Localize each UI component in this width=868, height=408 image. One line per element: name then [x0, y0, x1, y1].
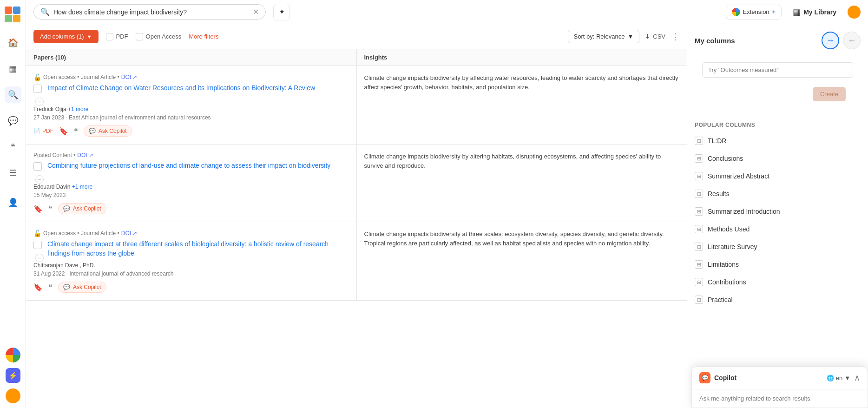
column-item-literature[interactable]: ⊞ Literature Survey [687, 238, 868, 256]
open-access-checkbox[interactable] [136, 33, 143, 40]
bookmark-icon-3[interactable]: 🔖 [33, 283, 43, 292]
grid-icon: ▦ [793, 7, 801, 17]
topnav: 🔍 ✕ ✦ Extension + ▦ My Library [26, 0, 868, 24]
column-icon-methods: ⊞ [695, 225, 703, 233]
doi-link-1[interactable]: DOI ↗ [121, 74, 138, 80]
sidebar-item-quotes[interactable]: ❝ [5, 138, 21, 155]
pdf-button-1[interactable]: 📄 PDF [33, 128, 53, 134]
extension-label: Extension [743, 8, 769, 15]
paper-title-1[interactable]: Impact of Climate Change on Water Resour… [47, 84, 315, 93]
column-label-limitations: Limitations [708, 261, 739, 268]
column-search-input[interactable] [702, 62, 853, 78]
papers-column-header: Papers (10) [26, 49, 357, 66]
column-item-summarized-abstract[interactable]: ⊞ Summarized Abstract [687, 167, 868, 185]
paper-actions-1: 📄 PDF 🔖 ❝ 💬 Ask Copilot [33, 125, 349, 137]
nav-prev-button[interactable]: ← [843, 32, 861, 49]
title-row-2: − Combining future projections of land-u… [33, 161, 349, 184]
column-icon-literature: ⊞ [695, 243, 703, 251]
column-item-limitations[interactable]: ⊞ Limitations [687, 256, 868, 273]
copilot-body: Ask me anything related to search result… [692, 389, 868, 408]
copilot-panel: 💬 Copilot 🌐 en ▼ ∧ Ask me anything relat… [691, 366, 868, 408]
extension-button[interactable]: Extension + [726, 5, 782, 20]
sidebar-item-accessibility[interactable]: 👤 [5, 194, 21, 211]
column-item-contributions[interactable]: ⊞ Contributions [687, 273, 868, 291]
sort-chevron-icon: ▼ [627, 33, 633, 40]
more-options-button[interactable]: ⋮ [671, 32, 679, 42]
magic-button[interactable]: ✦ [273, 4, 290, 20]
nav-next-button[interactable]: → [822, 32, 839, 49]
search-bar: 🔍 ✕ [33, 4, 266, 20]
pdf-label: PDF [116, 33, 128, 40]
more-authors-2[interactable]: +1 more [72, 184, 92, 190]
paper-title-3[interactable]: Climate change impact at three different… [47, 240, 349, 258]
create-column-button[interactable]: Create [813, 87, 846, 101]
cite-icon-3[interactable]: ❝ [48, 283, 53, 292]
paper-checkbox-1[interactable] [33, 85, 42, 93]
ask-copilot-button-3[interactable]: 💬 Ask Copilot [58, 282, 106, 293]
paper-meta-text-2: Posted Content • [33, 152, 75, 158]
user-avatar[interactable] [6, 388, 20, 403]
paper-checkbox-3[interactable] [33, 241, 42, 249]
svg-rect-0 [5, 7, 12, 14]
paper-title-2[interactable]: Combining future projections of land-use… [47, 161, 330, 171]
search-input[interactable] [53, 8, 249, 16]
discord-icon[interactable]: ⚡ [6, 368, 20, 383]
minimize-copilot-button[interactable]: ∧ [854, 373, 860, 383]
sidebar-item-search[interactable]: 🔍 [5, 86, 21, 103]
more-authors-1[interactable]: +1 more [68, 106, 88, 112]
sidebar-item-chat[interactable]: 💬 [5, 112, 21, 129]
column-icon-summarized-abstract: ⊞ [695, 172, 703, 180]
pdf-checkbox[interactable] [106, 33, 113, 40]
collapse-button-1[interactable]: − [35, 98, 44, 106]
column-item-summarized-intro[interactable]: ⊞ Summarized Introduction [687, 203, 868, 220]
collapse-button-3[interactable]: − [35, 254, 44, 262]
doi-link-2[interactable]: DOI ↗ [77, 152, 93, 158]
copilot-language-selector[interactable]: 🌐 en ▼ [827, 375, 850, 382]
paper-insight-3: Climate change impacts biodiversity at t… [357, 222, 687, 300]
cite-icon-1[interactable]: ❝ [74, 127, 78, 136]
search-icon: 🔍 [40, 7, 50, 16]
add-columns-button[interactable]: Add columns (1) ▼ [33, 30, 99, 43]
title-controls-2: − [33, 161, 46, 184]
sidebar-item-home[interactable]: 🏠 [5, 34, 21, 51]
sidebar-item-dashboard[interactable]: ▦ [5, 60, 21, 77]
ask-copilot-button-1[interactable]: 💬 Ask Copilot [84, 125, 132, 137]
title-row-3: − Climate change impact at three differe… [33, 240, 349, 262]
column-label-contributions: Contributions [708, 278, 746, 286]
column-icon-summarized-intro: ⊞ [695, 207, 703, 216]
globe-icon: 🌐 [827, 375, 834, 382]
doi-link-3[interactable]: DOI ↗ [121, 230, 138, 237]
paper-left-1: 🔓 Open access • Journal Article • DOI ↗ … [26, 66, 357, 144]
clear-search-icon[interactable]: ✕ [253, 7, 259, 16]
more-filters-button[interactable]: More filters [189, 33, 218, 40]
logo[interactable] [3, 5, 23, 25]
cite-icon-2[interactable]: ❝ [48, 204, 53, 213]
user-avatar-nav[interactable] [848, 6, 861, 19]
paper-meta-1: 🔓 Open access • Journal Article • DOI ↗ [33, 73, 349, 81]
bookmark-icon-2[interactable]: 🔖 [33, 204, 43, 213]
csv-button[interactable]: ⬇ CSV [645, 33, 665, 40]
column-item-conclusions[interactable]: ⊞ Conclusions [687, 150, 868, 167]
column-label-summarized-intro: Summarized Introduction [708, 208, 780, 215]
open-access-filter[interactable]: Open Access [136, 33, 182, 40]
paper-checkbox-2[interactable] [33, 162, 42, 171]
sidebar-item-list[interactable]: ☰ [5, 165, 21, 181]
papers-list: 🔓 Open access • Journal Article • DOI ↗ … [26, 66, 687, 408]
column-item-tldr[interactable]: ⊞ TL:DR [687, 132, 868, 150]
chevron-down-icon: ▼ [87, 34, 92, 39]
my-library-button[interactable]: ▦ My Library [787, 4, 842, 20]
bookmark-icon-1[interactable]: 🔖 [59, 127, 68, 136]
column-item-methods[interactable]: ⊞ Methods Used [687, 220, 868, 238]
ask-copilot-button-2[interactable]: 💬 Ask Copilot [58, 203, 106, 214]
paper-actions-2: 🔖 ❝ 💬 Ask Copilot [33, 203, 349, 214]
filter-bar: Add columns (1) ▼ PDF Open Access More f… [26, 24, 687, 49]
collapse-button-2[interactable]: − [35, 175, 44, 184]
sort-button[interactable]: Sort by: Relevance ▼ [568, 30, 640, 43]
table-row: 🔓 Open access • Journal Article • DOI ↗ … [26, 66, 687, 145]
paper-left-3: 🔓 Open access • Journal Article • DOI ↗ … [26, 222, 357, 300]
column-item-results[interactable]: ⊞ Results [687, 185, 868, 203]
copilot-title: 💬 Copilot [699, 372, 736, 383]
pdf-filter[interactable]: PDF [106, 33, 128, 40]
column-item-practical[interactable]: ⊞ Practical [687, 291, 868, 309]
paper-insight-1: Climate change impacts biodiversity by a… [357, 66, 687, 144]
